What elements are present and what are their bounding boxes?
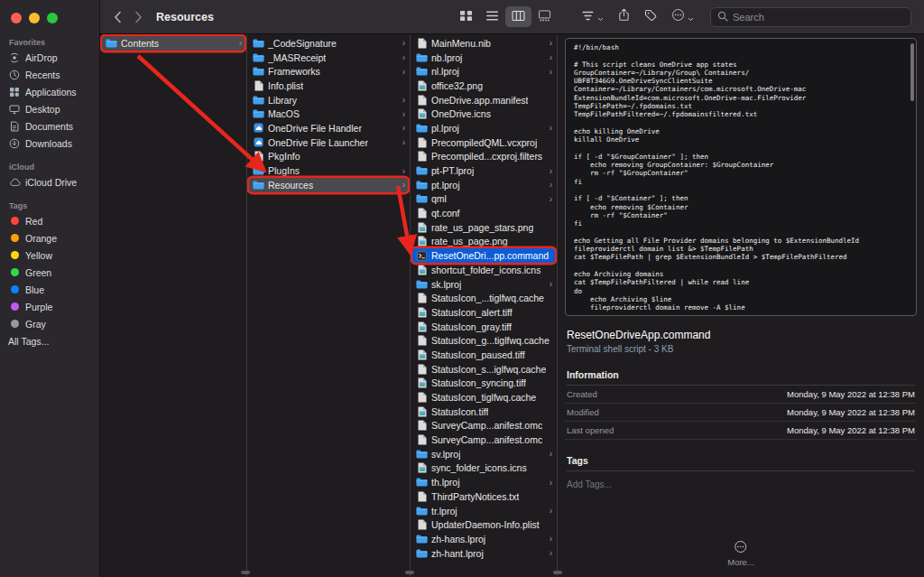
sidebar-item-orange[interactable]: Orange <box>0 229 99 247</box>
file-row[interactable]: SurveyCamp...anifest.omc <box>412 419 555 433</box>
file-row[interactable]: PrecompiledQML.vcxproj <box>412 135 555 150</box>
sidebar-item-all-tags[interactable]: All Tags... <box>0 332 99 349</box>
file-row[interactable]: nl.lproj› <box>412 64 555 79</box>
file-row[interactable]: StatusIcon.tiff <box>412 405 555 419</box>
file-row[interactable]: ResetOneDri...pp.command <box>412 248 555 263</box>
file-name: pl.lproj <box>431 123 459 134</box>
file-row[interactable]: Contents› <box>102 36 245 51</box>
file-row[interactable]: StatusIcon_alert.tiff <box>412 305 555 320</box>
group-button[interactable] <box>581 9 604 25</box>
file-row[interactable]: StatusIcon_tiglfwq.cache <box>412 390 555 405</box>
file-row[interactable]: Frameworks› <box>249 64 408 79</box>
sidebar-item-yellow[interactable]: Yellow <box>0 247 99 264</box>
share-button[interactable] <box>618 8 630 25</box>
tags-button[interactable] <box>644 9 657 25</box>
info-value: Monday, 9 May 2022 at 12:38 PM <box>787 407 915 417</box>
column-resize-handle[interactable] <box>553 571 562 574</box>
sidebar-item-label: Desktop <box>25 104 60 115</box>
file-row[interactable]: Info.plist <box>249 79 408 93</box>
file-row[interactable]: OneDrive.icns <box>412 107 555 121</box>
file-row[interactable]: StatusIcon_gray.tiff <box>412 320 555 334</box>
sidebar-item-blue[interactable]: Blue <box>0 281 99 298</box>
file-row[interactable]: StatusIcon_s...iglfwq.cache <box>412 362 555 377</box>
airdrop-icon <box>8 52 21 63</box>
file-row[interactable]: StatusIcon_g...tiglfwq.cache <box>412 333 555 348</box>
more-button[interactable] <box>671 8 694 25</box>
sidebar-item-recents[interactable]: Recents <box>0 66 99 83</box>
file-row[interactable]: pl.lproj› <box>412 121 555 135</box>
file-row[interactable]: pt.lproj› <box>412 178 555 192</box>
file-row[interactable]: th.lproj› <box>412 475 555 489</box>
file-name: StatusIcon_tiglfwq.cache <box>431 392 536 403</box>
file-row[interactable]: MacOS› <box>249 107 408 121</box>
sidebar-item-green[interactable]: Green <box>0 264 99 281</box>
file-row[interactable]: ThirdPartyNotices.txt <box>412 489 555 504</box>
column-resize-handle[interactable] <box>405 571 414 574</box>
file-type-icon <box>416 519 428 530</box>
sidebar-item-applications[interactable]: Applications <box>0 83 99 100</box>
file-row[interactable]: office32.png <box>412 79 555 93</box>
tag-color-dot <box>11 320 19 328</box>
back-button[interactable] <box>107 11 128 23</box>
zoom-button[interactable] <box>47 13 58 23</box>
file-row[interactable]: zh-hans.lproj› <box>412 532 555 546</box>
file-type-icon <box>416 137 428 148</box>
file-row[interactable]: shortcut_folder_icons.icns <box>412 263 555 277</box>
close-button[interactable] <box>11 13 22 23</box>
sidebar-item-downloads[interactable]: Downloads <box>0 135 99 152</box>
list-view-button[interactable] <box>479 6 505 27</box>
file-row[interactable]: PlugIns› <box>249 163 408 178</box>
more-button[interactable]: More... <box>727 540 754 568</box>
file-row[interactable]: tr.lproj› <box>412 504 555 518</box>
grid-view-button[interactable] <box>453 6 479 27</box>
toolbar: Resources Search <box>100 0 924 34</box>
file-row[interactable]: sv.lproj› <box>412 447 555 461</box>
file-row[interactable]: MainMenu.nib› <box>412 36 555 51</box>
file-row[interactable]: OneDrive File Launcher› <box>249 135 408 150</box>
file-row[interactable]: OneDrive.app.manifest <box>412 93 555 107</box>
forward-button[interactable] <box>128 11 149 23</box>
file-row[interactable]: qt.conf <box>412 206 555 220</box>
list-view-icon <box>485 9 499 25</box>
file-row[interactable]: rate_us_page.png <box>412 235 555 249</box>
file-row[interactable]: StatusIcon_paused.tiff <box>412 348 555 362</box>
file-row[interactable]: SurveyCamp...anifest.omc <box>412 433 555 447</box>
folder-icon <box>416 280 428 289</box>
file-name: sv.lproj <box>431 449 460 460</box>
sidebar-item-gray[interactable]: Gray <box>0 315 99 332</box>
sidebar-item-airdrop[interactable]: AirDrop <box>0 49 99 66</box>
sidebar-item-desktop[interactable]: Desktop <box>0 100 99 117</box>
file-row[interactable]: zh-hant.lproj› <box>412 546 555 561</box>
add-tags-field[interactable]: Add Tags... <box>567 479 915 489</box>
file-row[interactable]: Precompiled...cxproj.filters <box>412 150 555 164</box>
sidebar-item-label: AirDrop <box>25 52 58 63</box>
file-type-icon <box>416 151 428 162</box>
columns-view-button[interactable] <box>505 6 531 27</box>
script-text: #!/bin/bash # This script cleans OneDriv… <box>574 43 908 312</box>
sidebar-item-icloud-drive[interactable]: iCloud Drive <box>0 173 99 191</box>
file-row[interactable]: PkgInfo <box>249 150 408 164</box>
file-row[interactable]: Library› <box>249 93 408 107</box>
file-row[interactable]: _MASReceipt› <box>249 51 408 65</box>
column-resize-handle[interactable] <box>241 571 250 574</box>
file-row[interactable]: UpdaterDaemon-Info.plist <box>412 517 555 532</box>
file-name: SurveyCamp...anifest.omc <box>431 434 542 445</box>
file-row[interactable]: _CodeSignature› <box>249 36 408 51</box>
sidebar-item-documents[interactable]: Documents <box>0 117 99 135</box>
file-row[interactable]: pt-PT.lproj› <box>412 163 555 178</box>
search-input[interactable]: Search <box>710 7 911 27</box>
preview-scrollbar[interactable] <box>910 43 914 101</box>
file-row[interactable]: rate_us_page_stars.png <box>412 220 555 235</box>
file-row[interactable]: qml› <box>412 192 555 207</box>
file-row[interactable]: nb.lproj› <box>412 51 555 65</box>
file-row[interactable]: sync_folder_icons.icns <box>412 461 555 476</box>
minimize-button[interactable] <box>29 13 40 23</box>
gallery-view-button[interactable] <box>531 6 558 27</box>
file-row[interactable]: StatusIcon_syncing.tiff <box>412 377 555 391</box>
sidebar-item-red[interactable]: Red <box>0 212 99 229</box>
file-row[interactable]: OneDrive File Handler› <box>249 121 408 135</box>
file-row[interactable]: StatusIcon_...tiglfwq.cache <box>412 291 555 305</box>
sidebar-item-purple[interactable]: Purple <box>0 298 99 315</box>
file-row[interactable]: Resources› <box>249 178 408 192</box>
file-row[interactable]: sk.lproj› <box>412 277 555 292</box>
